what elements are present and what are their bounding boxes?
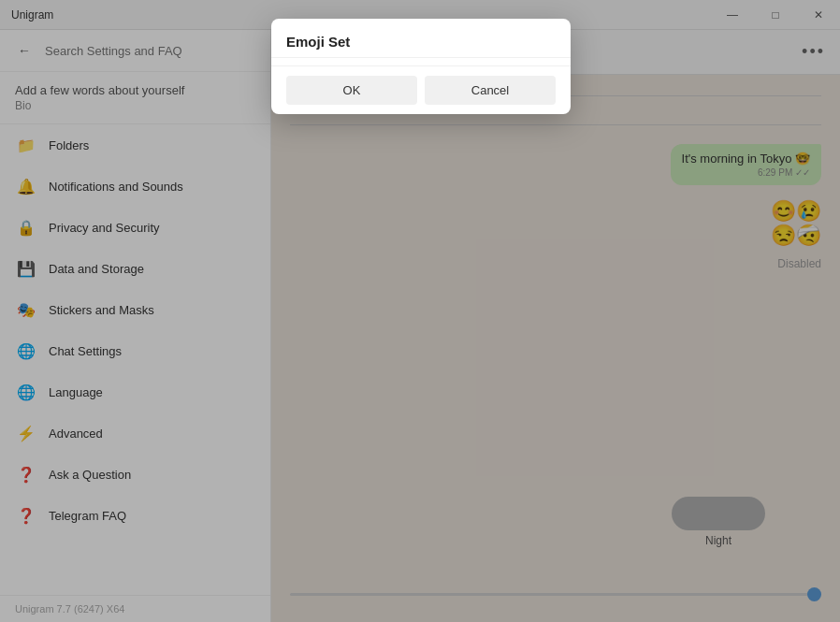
cancel-button[interactable]: Cancel (425, 76, 556, 105)
modal-footer: OK Cancel (271, 65, 571, 114)
modal-title: Emoji Set (271, 19, 571, 58)
emoji-set-list (271, 58, 571, 65)
modal-overlay: Emoji Set OK Cancel (0, 0, 840, 622)
ok-button[interactable]: OK (286, 76, 417, 105)
emoji-set-modal: Emoji Set OK Cancel (271, 19, 571, 114)
